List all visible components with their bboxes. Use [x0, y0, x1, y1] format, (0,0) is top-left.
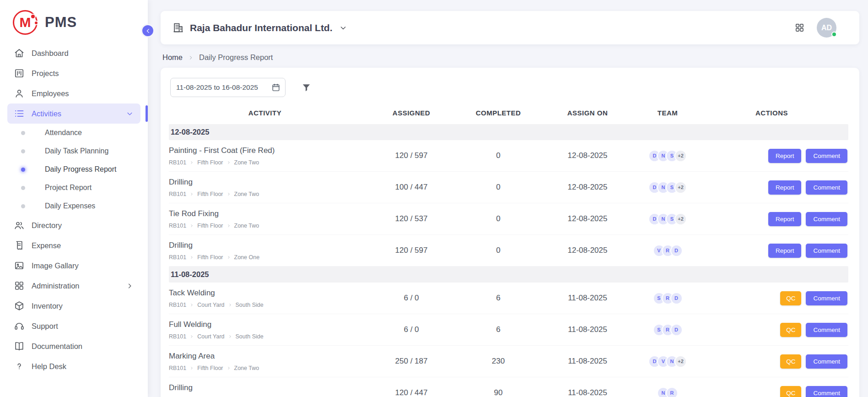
team-extra-badge[interactable]: +2 — [674, 150, 687, 162]
sidebar-subitem-project-report[interactable]: Project Report — [7, 179, 140, 197]
sidebar-item-label: Directory — [32, 221, 62, 230]
apps-grid-button[interactable] — [794, 22, 805, 33]
sidebar-item-directory[interactable]: Directory — [7, 215, 140, 235]
team-extra-badge[interactable]: +2 — [674, 181, 687, 194]
report-button[interactable]: Report — [768, 212, 802, 226]
location-path-part: Fifth Floor — [197, 254, 223, 261]
completed-cell: 0 — [462, 214, 535, 223]
completed-cell: 230 — [462, 357, 535, 366]
sidebar-item-label: Activities — [32, 109, 61, 118]
activity-title: Tie Rod Fixing — [169, 209, 356, 218]
team-avatar: D — [670, 245, 683, 257]
activity-location-path: RB101Fifth FloorZone Two — [169, 191, 356, 197]
breadcrumb: Home Daily Progress Report — [161, 44, 859, 68]
chevron-right-icon — [189, 366, 194, 370]
comment-button[interactable]: Comment — [806, 291, 847, 305]
report-button[interactable]: Report — [768, 149, 802, 163]
chevron-right-icon — [189, 303, 194, 307]
comment-button[interactable]: Comment — [806, 149, 847, 163]
team-cell: VRD — [640, 245, 695, 257]
grid-icon — [14, 280, 25, 291]
assigned-cell: 6 / 0 — [361, 325, 462, 334]
location-path-part: RB101 — [169, 254, 186, 261]
activity-cell: DrillingRB101Fifth FloorZone Two — [169, 178, 361, 197]
qc-button[interactable]: QC — [780, 323, 801, 337]
sidebar-subitem-daily-progress-report[interactable]: Daily Progress Report — [7, 160, 140, 179]
activity-cell: Painting - First Coat (Fire Red)RB101Fif… — [169, 146, 361, 166]
location-path-part: Zone Two — [234, 191, 259, 197]
breadcrumb-current: Daily Progress Report — [199, 53, 273, 62]
date-range-value[interactable] — [176, 83, 268, 92]
comment-button[interactable]: Comment — [806, 323, 847, 337]
location-path-part: RB101 — [169, 365, 186, 371]
chevron-right-icon — [226, 160, 231, 165]
team-extra-badge[interactable]: +2 — [674, 355, 687, 368]
activity-cell: Tie Rod FixingRB101Fifth FloorZone Two — [169, 209, 361, 229]
team-cell: DVN+2 — [640, 355, 695, 368]
comment-button[interactable]: Comment — [806, 212, 847, 226]
building-icon — [173, 22, 184, 33]
qc-button[interactable]: QC — [780, 354, 801, 369]
sidebar-item-label: Projects — [32, 69, 59, 78]
book-icon — [14, 341, 25, 352]
sidebar-item-help-desk[interactable]: Help Desk — [7, 356, 140, 376]
avatar-initials: AD — [821, 24, 832, 32]
comment-button[interactable]: Comment — [806, 244, 847, 258]
online-status-dot — [831, 32, 837, 37]
company-selector[interactable]: Raja Bahadur International Ltd. — [173, 22, 348, 33]
sidebar-item-dashboard[interactable]: Dashboard — [7, 43, 140, 63]
sidebar-item-administration[interactable]: Administration — [7, 276, 140, 296]
sidebar-item-projects[interactable]: Projects — [7, 63, 140, 83]
table-row: DrillingRB101Fifth FloorZone Two100 / 44… — [169, 172, 848, 203]
activity-location-path: RB101Fifth FloorZone Two — [169, 159, 356, 166]
date-range-input[interactable] — [170, 78, 286, 97]
comment-button[interactable]: Comment — [806, 180, 847, 195]
actions-cell: QCComment — [695, 386, 848, 397]
sidebar-subitem-attendance[interactable]: Attendance — [7, 124, 140, 142]
user-icon — [14, 88, 25, 99]
qc-button[interactable]: QC — [780, 291, 801, 305]
comment-button[interactable]: Comment — [806, 386, 847, 397]
sidebar-item-inventory[interactable]: Inventory — [7, 296, 140, 316]
filter-button[interactable] — [301, 82, 312, 93]
chevron-right-icon — [189, 192, 194, 196]
activity-title: Full Welding — [169, 320, 356, 329]
bullet-icon — [21, 204, 25, 208]
activity-location-path: RB101Fifth FloorZone Two — [169, 223, 356, 229]
sidebar-subitem-daily-expenses[interactable]: Daily Expenses — [7, 197, 140, 215]
chevron-right-icon — [125, 282, 134, 290]
sidebar-item-expense[interactable]: Expense — [7, 235, 140, 256]
qc-button[interactable]: QC — [780, 386, 801, 397]
assign-on-cell: 12-08-2025 — [535, 151, 640, 160]
report-button[interactable]: Report — [768, 180, 802, 195]
location-path-part: Zone One — [234, 254, 260, 261]
assign-on-cell: 11-08-2025 — [535, 388, 640, 397]
chevron-right-icon — [189, 223, 194, 228]
progress-table: ACTIVITYASSIGNEDCOMPLETEDASSIGN ONTEAMAC… — [169, 105, 848, 397]
report-button[interactable]: Report — [768, 244, 802, 258]
chevron-right-icon — [226, 366, 231, 370]
location-path-part: Zone Two — [234, 159, 259, 166]
sidebar-item-image-gallary[interactable]: Image Gallary — [7, 256, 140, 276]
comment-button[interactable]: Comment — [806, 354, 847, 369]
sidebar-item-activities[interactable]: Activities — [7, 103, 140, 124]
sidebar-item-employees[interactable]: Employees — [7, 83, 140, 103]
sidebar-subitem-daily-task-planning[interactable]: Daily Task Planning — [7, 142, 140, 160]
location-path-part: South Side — [236, 302, 264, 308]
location-path-part: RB101 — [169, 191, 186, 197]
users-icon — [14, 220, 25, 231]
team-extra-badge[interactable]: +2 — [674, 213, 687, 225]
assign-on-cell: 12-08-2025 — [535, 246, 640, 255]
location-path-part: Court Yard — [197, 333, 224, 340]
chevron-right-icon — [189, 160, 194, 165]
user-avatar[interactable]: AD — [817, 18, 836, 38]
breadcrumb-home[interactable]: Home — [162, 53, 183, 62]
filters-row — [169, 78, 848, 97]
sidebar-subitem-label: Attendance — [45, 129, 82, 137]
sidebar-item-support[interactable]: Support — [7, 316, 140, 336]
activity-location-path: RB101Fifth FloorZone Two — [169, 365, 356, 371]
sidebar-item-documentation[interactable]: Documentation — [7, 336, 140, 356]
sidebar-collapse-button[interactable] — [141, 24, 155, 38]
activity-title: Drilling — [169, 241, 356, 250]
activity-location-path: RB101Court YardSouth Side — [169, 302, 356, 308]
